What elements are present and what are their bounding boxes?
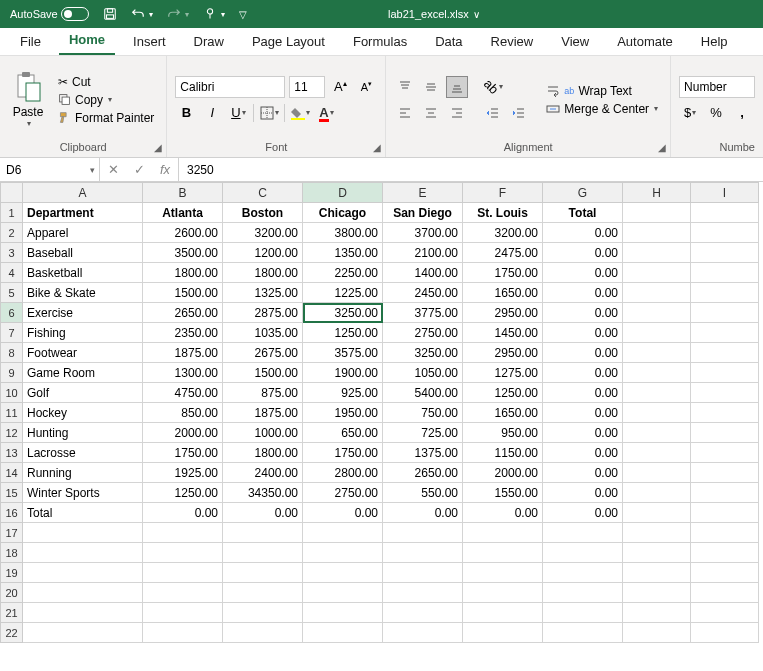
cell[interactable] [623,563,691,583]
cell[interactable]: 0.00 [543,223,623,243]
redo-button[interactable]: ▾ [163,5,193,23]
cell[interactable]: 0.00 [543,363,623,383]
cell[interactable]: 1250.00 [303,323,383,343]
cell[interactable]: 1200.00 [223,243,303,263]
row-header-19[interactable]: 19 [1,563,23,583]
italic-button[interactable]: I [201,102,223,124]
cell[interactable] [303,603,383,623]
cell[interactable] [463,623,543,643]
cell[interactable] [543,583,623,603]
underline-button[interactable]: U▾ [227,102,249,124]
cell[interactable] [303,563,383,583]
cell[interactable] [303,543,383,563]
alignment-launcher[interactable]: ◢ [658,142,666,153]
row-header-10[interactable]: 10 [1,383,23,403]
cell[interactable]: 1400.00 [383,263,463,283]
cell[interactable] [691,263,759,283]
cell[interactable]: 1875.00 [223,403,303,423]
font-color-button[interactable]: A▾ [315,102,337,124]
cell[interactable]: 0.00 [543,383,623,403]
cell[interactable]: 1650.00 [463,283,543,303]
cell[interactable] [691,363,759,383]
cell[interactable] [23,563,143,583]
cell[interactable] [623,223,691,243]
cell[interactable] [691,343,759,363]
cell[interactable]: 1035.00 [223,323,303,343]
cell[interactable]: 5400.00 [383,383,463,403]
align-bottom-button[interactable] [446,76,468,98]
save-button[interactable] [99,5,121,23]
cell[interactable]: 550.00 [383,483,463,503]
row-header-7[interactable]: 7 [1,323,23,343]
cell[interactable] [623,283,691,303]
cell[interactable]: 0.00 [543,243,623,263]
font-launcher[interactable]: ◢ [373,142,381,153]
cell[interactable]: Running [23,463,143,483]
cell[interactable] [691,483,759,503]
cell[interactable]: 2750.00 [383,323,463,343]
cell[interactable]: 1500.00 [143,283,223,303]
accounting-format-button[interactable]: $▾ [679,102,701,124]
cell[interactable]: 2450.00 [383,283,463,303]
cell[interactable] [623,623,691,643]
cell[interactable]: 0.00 [543,303,623,323]
cell[interactable] [383,543,463,563]
cell[interactable]: 1300.00 [143,363,223,383]
cell[interactable]: 0.00 [143,503,223,523]
cell[interactable]: 2000.00 [143,423,223,443]
format-painter-button[interactable]: Format Painter [54,110,158,126]
align-left-button[interactable] [394,102,416,124]
cell[interactable]: 34350.00 [223,483,303,503]
cell[interactable] [223,543,303,563]
qat-customize-button[interactable]: ▽ [235,7,251,22]
cell[interactable] [23,603,143,623]
cell[interactable]: Golf [23,383,143,403]
col-header-B[interactable]: B [143,183,223,203]
cell[interactable] [623,583,691,603]
col-header-G[interactable]: G [543,183,623,203]
borders-button[interactable]: ▾ [258,102,280,124]
row-header-17[interactable]: 17 [1,523,23,543]
cell[interactable]: 2875.00 [223,303,303,323]
row-header-16[interactable]: 16 [1,503,23,523]
cell[interactable]: 1800.00 [223,443,303,463]
cell[interactable]: 0.00 [543,443,623,463]
increase-font-button[interactable]: A▴ [329,76,351,98]
undo-button[interactable]: ▾ [127,5,157,23]
cell[interactable]: 0.00 [383,503,463,523]
cell[interactable] [623,423,691,443]
cell[interactable]: 1800.00 [223,263,303,283]
tab-formulas[interactable]: Formulas [343,30,417,55]
cell[interactable] [383,623,463,643]
cell[interactable] [543,563,623,583]
cell[interactable]: 1225.00 [303,283,383,303]
cell[interactable]: 2000.00 [463,463,543,483]
cell[interactable]: 725.00 [383,423,463,443]
cell[interactable]: 3700.00 [383,223,463,243]
copy-button[interactable]: Copy▾ [54,92,158,108]
cell[interactable]: 1650.00 [463,403,543,423]
filename[interactable]: lab21_excel.xlsx ∨ [251,8,617,20]
cell[interactable]: 850.00 [143,403,223,423]
cell[interactable] [463,583,543,603]
cell[interactable] [543,603,623,623]
align-right-button[interactable] [446,102,468,124]
cell[interactable] [623,363,691,383]
cell[interactable] [623,603,691,623]
cell[interactable] [691,443,759,463]
cancel-edit-button[interactable]: ✕ [100,162,126,177]
row-header-21[interactable]: 21 [1,603,23,623]
cell[interactable]: Exercise [23,303,143,323]
cell[interactable] [691,223,759,243]
tab-data[interactable]: Data [425,30,472,55]
cell[interactable] [143,623,223,643]
cell[interactable]: 1750.00 [463,263,543,283]
cell[interactable] [463,603,543,623]
row-header-22[interactable]: 22 [1,623,23,643]
col-header-C[interactable]: C [223,183,303,203]
cell[interactable]: 0.00 [543,343,623,363]
cell[interactable]: 3775.00 [383,303,463,323]
cell[interactable] [623,443,691,463]
tab-file[interactable]: File [10,30,51,55]
cell[interactable] [223,583,303,603]
